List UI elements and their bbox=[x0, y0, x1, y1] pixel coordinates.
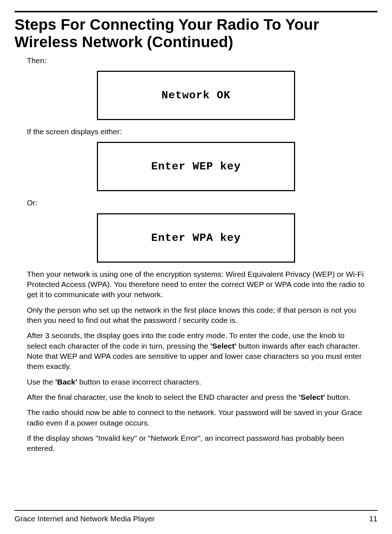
lcd-enter-wep: Enter WEP key bbox=[97, 142, 295, 191]
footer-page-number: 11 bbox=[369, 514, 377, 523]
lcd-text-enter-wep: Enter WEP key bbox=[151, 160, 241, 173]
footer-rule bbox=[15, 510, 377, 511]
paragraph-invalid: If the display shows "Invalid key" or "N… bbox=[27, 433, 365, 454]
select-button-ref-2: 'Select' bbox=[299, 393, 325, 401]
page-title: Steps For Connecting Your Radio To Your … bbox=[15, 16, 377, 51]
top-rule bbox=[15, 11, 377, 12]
paragraph-owner: Only the person who set up the network i… bbox=[27, 305, 365, 326]
paragraph-back: Use the 'Back' button to erase incorrect… bbox=[27, 377, 365, 387]
paragraph-end: After the final character, use the knob … bbox=[27, 392, 365, 402]
paragraph-connect: The radio should now be able to connect … bbox=[27, 407, 365, 428]
lcd-enter-wpa: Enter WPA key bbox=[97, 213, 295, 263]
text: After the final character, use the knob … bbox=[27, 393, 299, 401]
lcd-text-network-ok: Network OK bbox=[162, 89, 230, 102]
lcd-text-enter-wpa: Enter WPA key bbox=[151, 232, 241, 244]
back-button-ref: 'Back' bbox=[55, 378, 77, 386]
footer-product: Grace Internet and Network Media Player bbox=[15, 514, 155, 523]
paragraph-encryption: Then your network is using one of the en… bbox=[27, 269, 365, 300]
text: button to erase incorrect characters. bbox=[77, 378, 201, 386]
paragraph-code-entry: After 3 seconds, the display goes into t… bbox=[27, 330, 365, 371]
select-button-ref: 'Select' bbox=[210, 342, 236, 350]
lcd-network-ok: Network OK bbox=[97, 71, 295, 120]
text: Use the bbox=[27, 378, 55, 386]
text: button. bbox=[325, 393, 350, 401]
label-then: Then: bbox=[27, 56, 365, 66]
manual-page: Steps For Connecting Your Radio To Your … bbox=[0, 0, 392, 534]
page-footer: Grace Internet and Network Media Player … bbox=[15, 510, 377, 523]
label-if-screen: If the screen displays either: bbox=[27, 127, 365, 137]
label-or: Or: bbox=[27, 198, 365, 208]
